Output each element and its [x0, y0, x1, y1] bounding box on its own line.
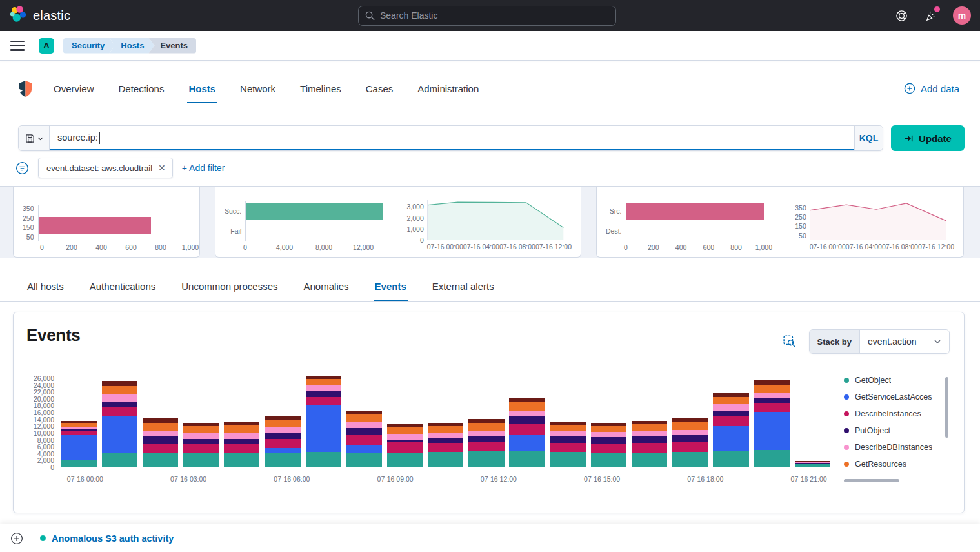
elastic-logo-icon	[9, 5, 27, 26]
add-data-button[interactable]: Add data	[904, 83, 959, 94]
tab-detections[interactable]: Detections	[117, 74, 166, 103]
stacked-bar[interactable]	[306, 376, 341, 467]
legend-item-getresources[interactable]: GetResources	[844, 460, 950, 469]
tab-overview[interactable]: Overview	[52, 74, 95, 103]
saved-query-menu-button[interactable]	[19, 126, 50, 150]
area-plot	[810, 200, 954, 240]
stacked-bar[interactable]	[102, 381, 137, 467]
timeline-flyout-bar[interactable]: Anomalous S3 auth activity	[0, 524, 980, 552]
x-tick-label: 07-16 21:00	[791, 475, 827, 483]
bar-segment	[143, 453, 178, 467]
bar-segment	[509, 416, 545, 424]
hbar-plot	[626, 201, 772, 241]
bar-segment	[387, 434, 423, 441]
host-tab-uncommon-processes[interactable]: Uncommon processes	[180, 274, 279, 301]
timeline-status-dot	[40, 535, 46, 541]
global-search-input[interactable]: Search Elastic	[358, 6, 616, 26]
stacked-bar[interactable]	[346, 411, 382, 467]
x-tick-label: 400	[95, 243, 107, 251]
host-tab-external-alerts[interactable]: External alerts	[431, 274, 495, 301]
kql-query-input[interactable]: source.ip:	[50, 126, 854, 150]
x-axis-ticks: 02004006008001,000	[626, 241, 772, 250]
breadcrumb-item-events[interactable]: Events	[148, 38, 196, 54]
stacked-bar[interactable]	[265, 416, 300, 467]
x-tick-label: 600	[125, 243, 137, 251]
x-tick-label: 12,000	[353, 243, 374, 251]
y-tick-label: 26,000	[34, 374, 54, 382]
stacked-bar[interactable]	[509, 398, 545, 467]
legend-dot	[844, 428, 849, 433]
tab-network[interactable]: Network	[239, 74, 277, 103]
legend-item-describeinstances[interactable]: DescribeInstances	[844, 409, 950, 418]
bar-segment	[183, 444, 219, 453]
host-tab-anomalies[interactable]: Anomalies	[303, 274, 350, 301]
bar-segment	[754, 385, 790, 393]
bar-segment	[346, 453, 382, 467]
tab-hosts[interactable]: Hosts	[187, 74, 217, 103]
user-avatar[interactable]: m	[953, 6, 971, 25]
stacked-bar[interactable]	[754, 380, 790, 467]
stacked-bar[interactable]	[550, 422, 586, 467]
y-tick-label: 1,000	[406, 225, 423, 233]
stacked-bar[interactable]	[591, 423, 626, 467]
space-badge[interactable]: A	[39, 38, 54, 54]
stacked-bar[interactable]	[428, 423, 463, 467]
stacked-bar[interactable]	[795, 461, 830, 467]
plus-circle-icon[interactable]	[10, 532, 23, 545]
area-body: 01,0002,0003,000	[404, 200, 572, 240]
host-tab-authentications[interactable]: Authentications	[88, 274, 157, 301]
tab-administration[interactable]: Administration	[416, 74, 480, 103]
breadcrumb-item-hosts[interactable]: Hosts	[109, 38, 154, 54]
legend-item-putobject[interactable]: PutObject	[844, 426, 950, 435]
update-button[interactable]: Update	[891, 125, 965, 151]
bar-segment	[306, 397, 341, 406]
stacked-bar[interactable]	[713, 393, 748, 467]
elastic-logo[interactable]: elastic	[9, 5, 70, 26]
stacked-bar[interactable]	[468, 419, 504, 467]
host-tab-events[interactable]: Events	[374, 274, 408, 301]
inspect-icon[interactable]	[783, 335, 796, 348]
legend-item-getobject[interactable]: GetObject	[844, 376, 950, 385]
x-tick-label: 0	[624, 243, 628, 251]
y-tick-label: 10,000	[34, 429, 54, 437]
legend-horizontal-scrollbar[interactable]	[844, 479, 899, 482]
tab-cases[interactable]: Cases	[365, 74, 395, 103]
menu-icon[interactable]	[10, 41, 25, 51]
legend-item-getservicelastacces[interactable]: GetServiceLastAcces	[844, 393, 950, 402]
x-tick-label: 07-16 18:00	[687, 475, 723, 483]
brand-name: elastic	[33, 8, 70, 23]
news-feed-icon[interactable]	[923, 8, 939, 23]
stacked-bar[interactable]	[183, 423, 219, 467]
kql-language-button[interactable]: KQL	[854, 126, 883, 150]
stack-by-select[interactable]: event.action	[860, 330, 949, 353]
stacked-bar[interactable]	[632, 422, 667, 467]
stacked-bar[interactable]	[224, 422, 259, 467]
filter-options-icon[interactable]	[15, 161, 29, 175]
help-icon[interactable]	[894, 8, 909, 23]
stacked-bar[interactable]	[672, 418, 708, 467]
add-filter-button[interactable]: + Add filter	[182, 163, 225, 173]
tab-timelines[interactable]: Timelines	[299, 74, 343, 103]
x-tick-label: 600	[703, 243, 715, 251]
y-tick-label: 0	[50, 464, 54, 471]
bar-segment	[306, 391, 341, 397]
filter-pill-event-dataset[interactable]: event.dataset: aws.cloudtrail ✕	[38, 158, 173, 178]
timeline-event-link[interactable]: Anomalous S3 auth activity	[40, 533, 174, 544]
ip-line-chart: 5015025035007-16 00:0007-16 04:0007-16 0…	[786, 200, 954, 250]
x-axis-ticks: 02004006008001,000	[42, 241, 190, 250]
y-tick-label: 3,000	[406, 203, 423, 210]
host-tab-all-hosts[interactable]: All hosts	[26, 274, 65, 301]
auth-bar-chart: Succ.Fail04,0008,00012,000	[225, 201, 387, 250]
breadcrumb-item-security[interactable]: Security	[63, 38, 115, 54]
stacked-bar[interactable]	[143, 418, 178, 467]
bar-segment	[550, 452, 586, 467]
events-histogram-plot[interactable]	[59, 376, 835, 467]
area-body: 50150250350	[786, 200, 954, 240]
legend-dot	[844, 411, 849, 416]
legend-vertical-scrollbar[interactable]	[945, 377, 948, 438]
filter-remove-icon[interactable]: ✕	[158, 163, 166, 172]
stacked-bar[interactable]	[61, 421, 96, 467]
stacked-bar[interactable]	[387, 424, 423, 467]
bar-segment	[265, 420, 300, 427]
legend-item-describedbinstances[interactable]: DescribeDBInstances	[844, 443, 950, 452]
